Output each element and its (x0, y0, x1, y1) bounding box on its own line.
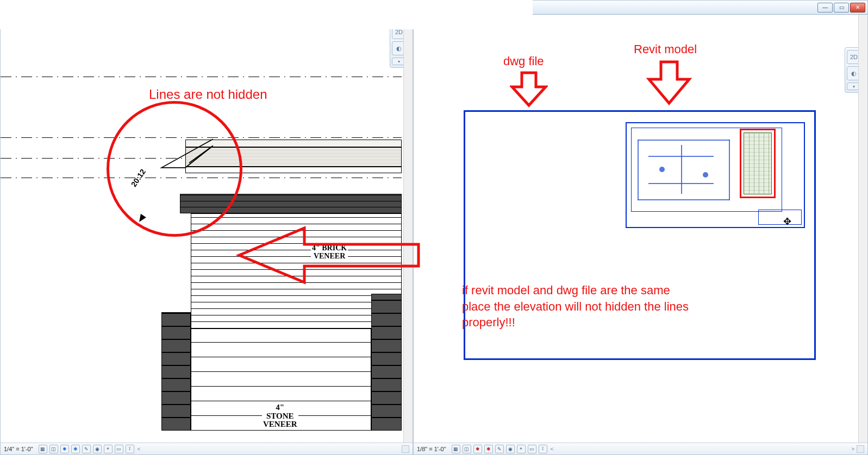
right-view-pane: — ▭ ✕ (413, 0, 868, 455)
close-button[interactable]: ✕ (850, 3, 865, 12)
pin-icon[interactable]: ⌖ (517, 445, 526, 453)
shadows-icon[interactable]: ✱ (71, 445, 80, 453)
resize-grip-icon[interactable] (857, 445, 864, 453)
hidden-line-icon[interactable]: ◫ (463, 445, 471, 453)
move-cursor-icon: ✥ (783, 216, 791, 228)
resize-grip-icon[interactable] (402, 445, 409, 453)
stone-label: 4" STONE VENEER (262, 403, 298, 429)
scale-readout[interactable]: 1/8" = 1'-0" (417, 446, 446, 452)
model-graphics-icon[interactable]: ▦ (452, 445, 460, 453)
annotation-big-arrow-icon (239, 228, 424, 295)
sun-path-icon[interactable]: ✹ (60, 445, 69, 453)
stone-veneer: 4" STONE VENEER (191, 328, 371, 431)
left-statusbar: 1/4" = 1'-0" ▦ ◫ ✹ ✱ ✎ ◉ ⌖ ▭ ⟟ < (1, 443, 413, 454)
annotation-down-arrow-revit-icon (646, 60, 692, 106)
sun-path-icon[interactable]: ✹ (473, 445, 482, 453)
crop-visible-icon[interactable]: ◉ (93, 445, 102, 453)
model-graphics-icon[interactable]: ▦ (39, 445, 47, 453)
reveal-hidden-icon[interactable]: ⟟ (539, 445, 547, 453)
hidden-line-icon[interactable]: ◫ (49, 445, 58, 453)
vertical-scrollbar[interactable] (858, 15, 867, 443)
crop-icon[interactable]: ✎ (495, 445, 504, 453)
temp-hide-icon[interactable]: ▭ (528, 445, 536, 453)
right-canvas[interactable]: ✥ 2D ◐ ▾ (414, 15, 867, 443)
revit-model-marker (740, 129, 776, 198)
minimize-button[interactable]: — (817, 3, 833, 12)
stone-pillar-right (371, 294, 402, 431)
svg-marker-2 (649, 62, 689, 103)
temp-hide-icon[interactable]: ▭ (115, 445, 123, 453)
crop-visible-icon[interactable]: ◉ (506, 445, 515, 453)
vertical-scrollbar[interactable] (403, 1, 413, 443)
reveal-hidden-icon[interactable]: ⟟ (126, 445, 134, 453)
hscroll-right-icon[interactable]: > (852, 446, 854, 452)
scale-readout[interactable]: 1/4" = 1'-0" (4, 446, 33, 452)
crop-icon[interactable]: ✎ (82, 445, 91, 453)
right-statusbar: 1/8" = 1'-0" ▦ ◫ ✹ ✱ ✎ ◉ ⌖ ▭ ⟟ < > (414, 443, 867, 454)
status-more-icon[interactable]: < (551, 446, 553, 452)
svg-marker-1 (512, 73, 546, 105)
status-more-icon[interactable]: < (138, 446, 140, 452)
annotation-circle (107, 101, 242, 237)
svg-marker-0 (239, 228, 419, 282)
window-titlebar: — ▭ ✕ (414, 1, 867, 15)
pin-icon[interactable]: ⌖ (104, 445, 113, 453)
annotation-down-arrow-dwg-icon (510, 71, 548, 109)
shadows-icon[interactable]: ✱ (484, 445, 493, 453)
dwg-sheet (626, 122, 805, 228)
stone-pillar-left (161, 312, 191, 431)
maximize-button[interactable]: ▭ (834, 3, 849, 12)
